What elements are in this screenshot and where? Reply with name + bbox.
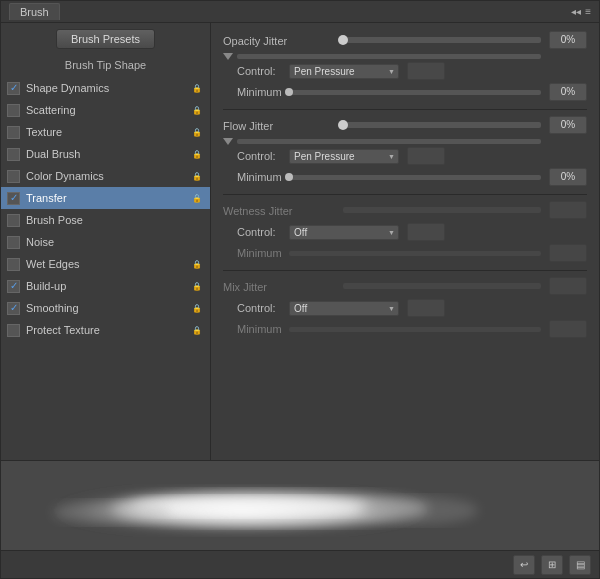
sidebar-item-label-protect-texture: Protect Texture xyxy=(26,324,188,336)
checkbox-brush-pose[interactable] xyxy=(7,214,20,227)
sidebar-item-smoothing[interactable]: ✓Smoothing🔒 xyxy=(1,297,210,319)
sidebar-item-transfer[interactable]: ✓Transfer🔒 xyxy=(1,187,210,209)
minimum4-row: Minimum xyxy=(237,320,587,338)
control3-extra-box xyxy=(407,223,445,241)
flow-jitter-divider xyxy=(223,138,587,145)
opacity-jitter-slider[interactable] xyxy=(343,37,541,43)
control3-row: Control: Off xyxy=(237,223,587,241)
control2-row: Control: Pen Pressure xyxy=(237,147,587,165)
sidebar-item-build-up[interactable]: ✓Build-up🔒 xyxy=(1,275,210,297)
section-divider-2 xyxy=(223,194,587,195)
sidebar-item-label-brush-pose: Brush Pose xyxy=(26,214,202,226)
flow-jitter-value[interactable]: 0% xyxy=(549,116,587,134)
sidebar-item-dual-brush[interactable]: Dual Brush🔒 xyxy=(1,143,210,165)
sidebar-item-noise[interactable]: Noise xyxy=(1,231,210,253)
menu-icon[interactable]: ≡ xyxy=(585,6,591,17)
control2-select-wrapper[interactable]: Pen Pressure xyxy=(289,149,399,164)
panel-title-tab[interactable]: Brush xyxy=(9,3,60,20)
flow-jitter-label: Flow Jitter xyxy=(223,120,343,132)
sidebar-section-label: Brush Tip Shape xyxy=(1,57,210,73)
bottom-btn-3[interactable]: ▤ xyxy=(569,555,591,575)
sidebar-item-label-wet-edges: Wet Edges xyxy=(26,258,188,270)
sidebar-item-label-texture: Texture xyxy=(26,126,188,138)
checkmark-shape-dynamics: ✓ xyxy=(10,83,18,93)
checkbox-protect-texture[interactable] xyxy=(7,324,20,337)
minimum2-row: Minimum 0% xyxy=(237,168,587,186)
sidebar-item-scattering[interactable]: Scattering🔒 xyxy=(1,99,210,121)
minimum1-row: Minimum 0% xyxy=(237,83,587,101)
sidebar-item-protect-texture[interactable]: Protect Texture🔒 xyxy=(1,319,210,341)
checkbox-wet-edges[interactable] xyxy=(7,258,20,271)
minimum3-label: Minimum xyxy=(237,247,289,259)
control4-select-wrapper[interactable]: Off xyxy=(289,301,399,316)
checkbox-shape-dynamics[interactable]: ✓ xyxy=(7,82,20,95)
checkbox-color-dynamics[interactable] xyxy=(7,170,20,183)
checkbox-dual-brush[interactable] xyxy=(7,148,20,161)
minimum3-row: Minimum xyxy=(237,244,587,262)
brush-stroke-svg xyxy=(1,461,599,550)
minimum2-value[interactable]: 0% xyxy=(549,168,587,186)
checkbox-scattering[interactable] xyxy=(7,104,20,117)
sidebar-item-shape-dynamics[interactable]: ✓Shape Dynamics🔒 xyxy=(1,77,210,99)
brush-presets-button[interactable]: Brush Presets xyxy=(56,29,155,49)
sidebar-item-label-scattering: Scattering xyxy=(26,104,188,116)
control3-select[interactable]: Off xyxy=(289,225,399,240)
control4-extra-box xyxy=(407,299,445,317)
control1-select-wrapper[interactable]: Pen Pressure xyxy=(289,64,399,79)
collapse-icon[interactable]: ◂◂ xyxy=(571,6,581,17)
title-bar: Brush ◂◂ ≡ xyxy=(1,1,599,23)
minimum1-slider[interactable] xyxy=(289,90,541,95)
mix-jitter-value xyxy=(549,277,587,295)
minimum1-value[interactable]: 0% xyxy=(549,83,587,101)
lock-icon-wet-edges: 🔒 xyxy=(192,260,202,269)
sidebar-item-label-dual-brush: Dual Brush xyxy=(26,148,188,160)
checkbox-build-up[interactable]: ✓ xyxy=(7,280,20,293)
lock-icon-texture: 🔒 xyxy=(192,128,202,137)
sidebar-item-color-dynamics[interactable]: Color Dynamics🔒 xyxy=(1,165,210,187)
section-divider-3 xyxy=(223,270,587,271)
sidebar-item-texture[interactable]: Texture🔒 xyxy=(1,121,210,143)
minimum2-label: Minimum xyxy=(237,171,289,183)
brush-panel: Brush ◂◂ ≡ Brush Presets Brush Tip Shape… xyxy=(0,0,600,579)
control1-extra-box xyxy=(407,62,445,80)
opacity-jitter-label: Opacity Jitter xyxy=(223,35,343,47)
control4-select[interactable]: Off xyxy=(289,301,399,316)
lock-icon-protect-texture: 🔒 xyxy=(192,326,202,335)
checkbox-texture[interactable] xyxy=(7,126,20,139)
checkmark-smoothing: ✓ xyxy=(10,303,18,313)
control2-select[interactable]: Pen Pressure xyxy=(289,149,399,164)
minimum4-label: Minimum xyxy=(237,323,289,335)
checkbox-noise[interactable] xyxy=(7,236,20,249)
flow-jitter-slider[interactable] xyxy=(343,122,541,128)
sidebar-item-wet-edges[interactable]: Wet Edges🔒 xyxy=(1,253,210,275)
mix-jitter-slider xyxy=(343,283,541,289)
control4-row: Control: Off xyxy=(237,299,587,317)
title-bar-left: Brush xyxy=(9,3,60,20)
opacity-jitter-divider xyxy=(223,53,587,60)
checkmark-transfer: ✓ xyxy=(10,193,18,203)
mix-jitter-label: Mix Jitter xyxy=(223,281,343,293)
bottom-btn-1[interactable]: ↩ xyxy=(513,555,535,575)
wetness-jitter-value xyxy=(549,201,587,219)
lock-icon-dual-brush: 🔒 xyxy=(192,150,202,159)
lock-icon-smoothing: 🔒 xyxy=(192,304,202,313)
opacity-jitter-value[interactable]: 0% xyxy=(549,31,587,49)
wetness-jitter-row: Wetness Jitter xyxy=(223,201,587,219)
opacity-jitter-sub-slider[interactable] xyxy=(237,54,541,59)
control3-select-wrapper[interactable]: Off xyxy=(289,225,399,240)
minimum2-slider[interactable] xyxy=(289,175,541,180)
bottom-btn-2[interactable]: ⊞ xyxy=(541,555,563,575)
flow-jitter-sub-slider[interactable] xyxy=(237,139,541,144)
svg-point-4 xyxy=(359,497,478,525)
control1-select[interactable]: Pen Pressure xyxy=(289,64,399,79)
title-bar-icons: ◂◂ ≡ xyxy=(571,6,591,17)
panel-body: Brush Presets Brush Tip Shape ✓Shape Dyn… xyxy=(1,23,599,460)
control1-row: Control: Pen Pressure xyxy=(237,62,587,80)
sidebar-item-brush-pose[interactable]: Brush Pose xyxy=(1,209,210,231)
control2-label: Control: xyxy=(237,150,289,162)
checkbox-transfer[interactable]: ✓ xyxy=(7,192,20,205)
section-divider-1 xyxy=(223,109,587,110)
sidebar-items: ✓Shape Dynamics🔒Scattering🔒Texture🔒Dual … xyxy=(1,77,210,341)
bottom-toolbar: ↩ ⊞ ▤ xyxy=(1,550,599,578)
checkbox-smoothing[interactable]: ✓ xyxy=(7,302,20,315)
